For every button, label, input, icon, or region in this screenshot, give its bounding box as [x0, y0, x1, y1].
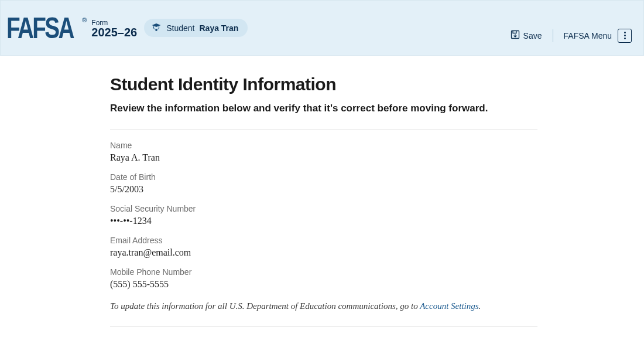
kebab-icon: [618, 29, 632, 43]
form-year: 2025–26: [91, 26, 137, 39]
logo-block: FAFSA ® Form 2025–26: [6, 15, 137, 41]
update-note: To update this information for all U.S. …: [110, 301, 537, 311]
student-chip[interactable]: Student Raya Tran: [144, 19, 248, 37]
field-label-dob: Date of Birth: [110, 172, 537, 182]
field-value-email: raya.tran@email.com: [110, 247, 537, 258]
chip-name: Raya Tran: [199, 23, 238, 33]
field-value-name: Raya A. Tran: [110, 152, 537, 163]
field-value-ssn: •••-••-1234: [110, 216, 537, 226]
field-value-phone: (555) 555-5555: [110, 279, 537, 290]
field-label-phone: Mobile Phone Number: [110, 267, 537, 277]
page-subtitle: Review the information below and verify …: [110, 103, 537, 114]
app-header: FAFSA ® Form 2025–26 Student Raya Tran: [0, 0, 644, 56]
divider-bottom: [110, 327, 537, 327]
field-ssn: Social Security Number •••-••-1234: [110, 204, 537, 226]
svg-point-0: [156, 29, 157, 31]
account-settings-link[interactable]: Account Settings: [420, 301, 478, 311]
page-title: Student Identity Information: [110, 74, 537, 94]
fafsa-menu-button[interactable]: FAFSA Menu: [564, 29, 632, 43]
student-icon: [151, 22, 162, 33]
registered-mark: ®: [82, 16, 87, 23]
divider-top: [110, 130, 537, 130]
header-right-group: Save FAFSA Menu: [511, 29, 632, 43]
chip-role: Student: [166, 23, 194, 33]
field-dob: Date of Birth 5/5/2003: [110, 172, 537, 195]
note-prefix: To update this information for all U.S. …: [110, 301, 420, 311]
header-left-group: FAFSA ® Form 2025–26 Student Raya Tran: [6, 15, 248, 41]
fafsa-logo: FAFSA: [6, 13, 73, 43]
field-email: Email Address raya.tran@email.com: [110, 236, 537, 258]
note-suffix: .: [479, 301, 481, 311]
main-content: Student Identity Information Review the …: [110, 74, 537, 327]
header-divider: [553, 29, 553, 42]
field-label-email: Email Address: [110, 236, 537, 245]
save-icon: [511, 30, 520, 41]
menu-label: FAFSA Menu: [564, 31, 612, 40]
form-year-block: Form 2025–26: [91, 19, 137, 39]
field-name: Name Raya A. Tran: [110, 141, 537, 163]
save-button[interactable]: Save: [511, 30, 542, 41]
field-label-ssn: Social Security Number: [110, 204, 537, 213]
field-phone: Mobile Phone Number (555) 555-5555: [110, 267, 537, 290]
field-label-name: Name: [110, 141, 537, 150]
save-label: Save: [523, 31, 542, 40]
field-value-dob: 5/5/2003: [110, 184, 537, 195]
